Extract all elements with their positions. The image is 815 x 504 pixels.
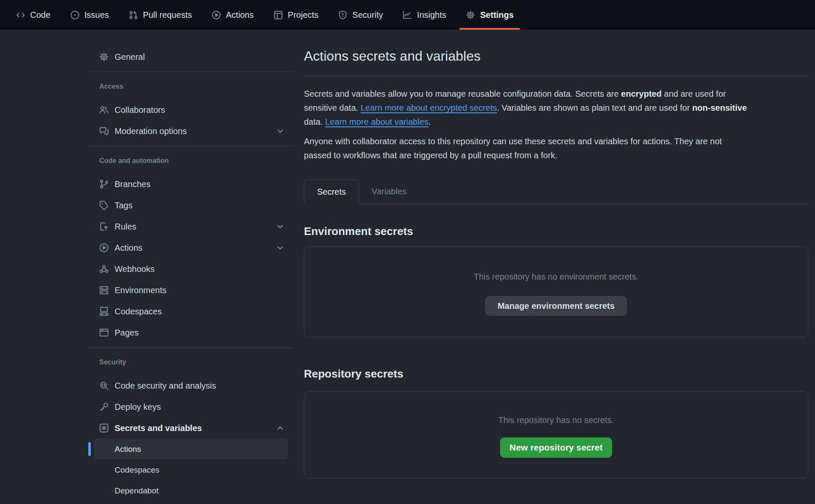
sidebar-subitem-dependabot[interactable]: Dependabot [88,480,294,501]
sidebar-item-label: Deploy keys [115,402,161,412]
tab-label: Insights [417,10,446,20]
manage-environment-secrets-button[interactable]: Manage environment secrets [485,296,627,316]
sidebar-item-label: Environments [115,286,166,295]
tab-label: Security [352,10,383,20]
tab-insights[interactable]: Insights [393,0,456,30]
sidebar-divider [88,72,294,72]
environment-secrets-empty-text: This repository has no environment secre… [304,272,808,282]
sidebar-item-label: Actions [115,243,143,253]
git-pull-request-icon [129,10,138,20]
chevron-down-icon [275,126,285,136]
tab-projects[interactable]: Projects [264,0,328,30]
server-icon [99,285,109,295]
tab-label: Issues [84,10,109,20]
sidebar-item-label: Secrets and variables [115,423,202,433]
sidebar-item-webhooks[interactable]: Webhooks [88,258,294,280]
tab-secrets[interactable]: Secrets [304,179,359,204]
sidebar-item-branches[interactable]: Branches [88,174,294,195]
sidebar-subitem-label: Dependabot [115,486,159,496]
play-circle-icon [99,243,109,253]
chevron-down-icon [275,243,285,253]
key-icon [99,402,109,412]
tab-security[interactable]: Security [328,0,393,30]
sidebar-item-tags[interactable]: Tags [88,195,294,216]
issue-opened-icon [70,10,80,20]
rules-icon [99,221,109,232]
intro-paragraph: Secrets and variables allow you to manag… [304,87,808,129]
tab-label: Pull requests [143,10,192,20]
browser-icon [99,328,109,338]
code-icon [16,10,25,20]
sidebar-item-moderation-options[interactable]: Moderation options [88,120,294,142]
tab-variables[interactable]: Variables [359,179,419,204]
new-repository-secret-button[interactable]: New repository secret [500,437,612,458]
page-title: Actions secrets and variables [304,48,808,64]
sidebar-item-general[interactable]: General [88,46,294,67]
tag-icon [99,200,109,210]
title-divider [304,76,808,76]
sidebar-item-label: Rules [115,222,136,232]
tab-label: Settings [480,10,514,20]
tab-settings[interactable]: Settings [456,0,523,30]
tab-issues[interactable]: Issues [60,0,119,30]
sidebar-item-rules[interactable]: Rules [88,216,294,237]
tab-pull-requests[interactable]: Pull requests [119,0,202,30]
sidebar-section-access: Access [88,82,294,91]
repository-secrets-heading: Repository secrets [304,366,808,381]
sidebar-item-label: Pages [115,328,139,338]
sidebar-item-label: Code security and analysis [115,381,216,391]
sidebar-item-label: Collaborators [115,105,165,115]
learn-more-encrypted-secrets-link[interactable]: Learn more about encrypted secrets [360,103,497,112]
chevron-down-icon [275,221,285,232]
sidebar-item-secrets-and-variables[interactable]: Secrets and variables [88,417,294,439]
sidebar-subitem-label: Actions [115,445,141,454]
comment-discussion-icon [99,126,109,136]
sidebar-item-deploy-keys[interactable]: Deploy keys [88,396,294,417]
sidebar-subitem-label: Codespaces [115,465,160,475]
sidebar-divider [88,146,294,146]
codespaces-icon [99,306,109,316]
sidebar-item-codespaces[interactable]: Codespaces [88,301,294,322]
sidebar-item-label: Codespaces [115,307,162,316]
active-item-accent-bar [88,442,91,456]
asterisk-box-icon [99,423,109,433]
graph-icon [402,10,412,20]
tab-label: Projects [288,10,318,20]
repository-secrets-empty-text: This repository has no secrets. [304,415,808,425]
settings-sidebar: General Access Collaborators Moderation … [88,46,294,501]
sidebar-item-actions[interactable]: Actions [88,237,294,258]
tab-label: Actions [226,10,254,20]
environment-secrets-empty-box: This repository has no environment secre… [304,246,808,337]
code-scan-icon [99,381,109,391]
sidebar-item-label: Branches [115,179,151,189]
settings-content: Actions secrets and variables Secrets an… [304,30,808,479]
sidebar-item-collaborators[interactable]: Collaborators [88,99,294,120]
sidebar-divider [88,347,294,348]
tab-code[interactable]: Code [6,0,60,30]
sidebar-subitem-codespaces[interactable]: Codespaces [88,459,294,480]
sidebar-item-environments[interactable]: Environments [88,280,294,301]
gear-icon [99,52,109,62]
sidebar-subitem-actions[interactable]: Actions [94,439,288,459]
sidebar-item-pages[interactable]: Pages [88,322,294,343]
play-circle-icon [211,10,221,20]
tab-label: Code [30,10,51,20]
sidebar-section-code-and-automation: Code and automation [88,157,294,165]
sidebar-item-label: Moderation options [115,126,187,136]
learn-more-variables-link[interactable]: Learn more about variables [325,117,428,126]
tab-actions[interactable]: Actions [202,0,264,30]
environment-secrets-heading: Environment secrets [304,224,808,239]
webhook-icon [99,264,109,274]
table-icon [273,10,283,20]
git-branch-icon [99,179,109,189]
sidebar-item-label: Tags [115,201,132,210]
sidebar-item-label: Webhooks [115,264,155,274]
sidebar-section-security: Security [88,358,294,367]
people-icon [99,105,109,115]
secrets-variables-tabnav: Secrets Variables [304,179,808,204]
gear-icon [466,10,475,20]
shield-icon [338,10,348,20]
sidebar-item-code-security-and-analysis[interactable]: Code security and analysis [88,375,294,396]
chevron-up-icon [275,423,285,433]
repository-secrets-empty-box: This repository has no secrets. New repo… [304,391,808,479]
